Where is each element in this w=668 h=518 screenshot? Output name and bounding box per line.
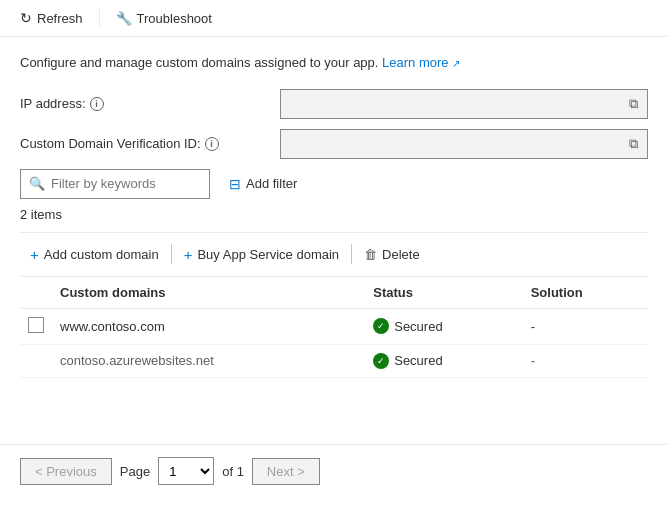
- ip-address-row: IP address: i ⧉: [20, 89, 648, 119]
- add-filter-button[interactable]: ⊟ Add filter: [218, 171, 308, 197]
- buy-app-service-label: Buy App Service domain: [197, 247, 339, 262]
- page-select[interactable]: 1: [158, 457, 214, 485]
- add-custom-domain-label: Add custom domain: [44, 247, 159, 262]
- ip-address-input[interactable]: [280, 89, 648, 119]
- filter-bar: 🔍 ⊟ Add filter: [20, 169, 648, 199]
- cell-solution: -: [523, 344, 648, 377]
- action-separator-1: [171, 244, 172, 264]
- plus-icon: +: [30, 246, 39, 263]
- copy-icon: ⧉: [629, 96, 638, 112]
- th-custom-domains: Custom domains: [52, 277, 365, 309]
- delete-label: Delete: [382, 247, 420, 262]
- refresh-icon: [20, 10, 32, 26]
- delete-button[interactable]: 🗑 Delete: [354, 242, 430, 267]
- cell-solution: -: [523, 308, 648, 344]
- filter-icon: ⊟: [229, 176, 241, 192]
- main-content: Configure and manage custom domains assi…: [0, 37, 668, 497]
- action-bar: + Add custom domain + Buy App Service do…: [20, 232, 648, 277]
- ip-address-copy-button[interactable]: ⧉: [620, 91, 646, 117]
- cell-domain: www.contoso.com: [52, 308, 365, 344]
- filter-input-wrap: 🔍: [20, 169, 210, 199]
- secured-icon: ✓: [373, 318, 389, 334]
- description-text: Configure and manage custom domains assi…: [20, 55, 378, 70]
- previous-label: < Previous: [35, 464, 97, 479]
- copy-icon-2: ⧉: [629, 136, 638, 152]
- secured-icon: ✓: [373, 353, 389, 369]
- next-button[interactable]: Next >: [252, 458, 320, 485]
- toolbar: Refresh 🔧 Troubleshoot: [0, 0, 668, 37]
- learn-more-link[interactable]: Learn more ↗: [382, 55, 460, 70]
- buy-app-service-button[interactable]: + Buy App Service domain: [174, 241, 349, 268]
- action-separator-2: [351, 244, 352, 264]
- refresh-button[interactable]: Refresh: [12, 6, 91, 30]
- domain-table: Custom domains Status Solution www.conto…: [20, 277, 648, 378]
- trash-icon: 🗑: [364, 247, 377, 262]
- table-row: www.contoso.com✓Secured-: [20, 308, 648, 344]
- ip-address-input-wrap: ⧉: [280, 89, 648, 119]
- table-row: contoso.azurewebsites.net✓Secured-: [20, 344, 648, 377]
- of-label: of 1: [222, 464, 244, 479]
- cell-status: ✓Secured: [365, 344, 522, 377]
- add-custom-domain-button[interactable]: + Add custom domain: [20, 241, 169, 268]
- toolbar-separator: [99, 8, 100, 28]
- previous-button[interactable]: < Previous: [20, 458, 112, 485]
- search-icon: 🔍: [29, 176, 45, 191]
- next-label: Next >: [267, 464, 305, 479]
- row-checkbox[interactable]: [28, 317, 44, 333]
- filter-input[interactable]: [51, 176, 201, 191]
- th-status: Status: [365, 277, 522, 309]
- page-label: Page: [120, 464, 150, 479]
- status-text: Secured: [394, 319, 442, 334]
- th-checkbox: [20, 277, 52, 309]
- th-solution: Solution: [523, 277, 648, 309]
- ip-address-label: IP address: i: [20, 96, 280, 111]
- cell-status: ✓Secured: [365, 308, 522, 344]
- troubleshoot-button[interactable]: 🔧 Troubleshoot: [108, 7, 220, 30]
- plus-icon-2: +: [184, 246, 193, 263]
- cell-domain: contoso.azurewebsites.net: [52, 344, 365, 377]
- verification-id-row: Custom Domain Verification ID: i ⧉: [20, 129, 648, 159]
- ip-address-info-icon[interactable]: i: [90, 97, 104, 111]
- add-filter-label: Add filter: [246, 176, 297, 191]
- troubleshoot-label: Troubleshoot: [137, 11, 212, 26]
- troubleshoot-icon: 🔧: [116, 11, 132, 26]
- verification-id-copy-button[interactable]: ⧉: [620, 131, 646, 157]
- status-text: Secured: [394, 353, 442, 368]
- verification-id-label: Custom Domain Verification ID: i: [20, 136, 280, 151]
- pagination: < Previous Page 1 of 1 Next >: [0, 444, 668, 497]
- verification-id-input-wrap: ⧉: [280, 129, 648, 159]
- items-count: 2 items: [20, 207, 648, 222]
- verification-id-info-icon[interactable]: i: [205, 137, 219, 151]
- description: Configure and manage custom domains assi…: [20, 53, 648, 73]
- refresh-label: Refresh: [37, 11, 83, 26]
- verification-id-input[interactable]: [280, 129, 648, 159]
